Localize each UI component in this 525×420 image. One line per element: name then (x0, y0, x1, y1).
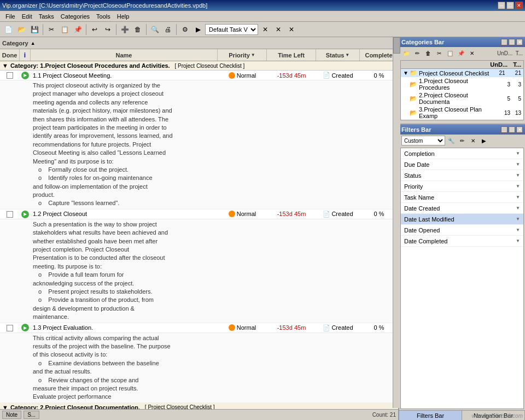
cat-tool-add[interactable]: 📁 (401, 48, 411, 58)
close-button[interactable]: ✕ (515, 2, 523, 9)
main-scrollbar[interactable] (393, 37, 400, 408)
col-header-status[interactable]: Status ▼ (316, 49, 360, 61)
toolbar-undo[interactable]: ↩ (89, 24, 101, 36)
priority-orange-icon-3 (229, 324, 235, 331)
toolbar-x1[interactable]: ✕ (259, 24, 271, 36)
cat-bar-close[interactable]: ✕ (516, 39, 523, 45)
cat-bar-maximize[interactable]: □ (509, 39, 515, 45)
task-1-3-priority: Normal (237, 324, 256, 331)
cat2-expand-icon[interactable]: ▼ (2, 404, 8, 409)
task-1-2-checkbox[interactable] (7, 211, 13, 218)
toolbar-paste[interactable]: 📌 (72, 24, 84, 36)
menu-edit[interactable]: Edit (19, 12, 36, 21)
col-header-priority[interactable]: Priority ▼ (218, 49, 267, 61)
filter-item-datecompleted[interactable]: Date Completed ▼ (401, 236, 523, 247)
cat-col-und-header: UnD... (490, 61, 508, 68)
toolbar-x3[interactable]: ✕ (285, 24, 298, 36)
task-list[interactable]: ▼ Category: 1.Project Closeout Procedure… (0, 61, 398, 409)
cat-tool-edit[interactable]: ✏ (412, 48, 422, 58)
filter-item-completion[interactable]: Completion ▼ (401, 148, 523, 159)
cat-tool-cut[interactable]: ✂ (434, 48, 444, 58)
filter-tool-2[interactable]: ✏ (457, 136, 467, 145)
toolbar-x2[interactable]: ✕ (272, 24, 284, 36)
cat-tool-copy[interactable]: 📋 (445, 48, 455, 58)
stats-tab[interactable]: S... (24, 411, 39, 419)
filter-bar-close[interactable]: ✕ (516, 126, 523, 133)
task-1-3-name-cell[interactable]: 1.3 Project Evaluation. (31, 323, 218, 332)
menu-tasks[interactable]: Tasks (36, 12, 57, 21)
task-1-1-name: 1.1 Project Closeout Meeting. (33, 72, 112, 79)
maximize-button[interactable]: □ (506, 2, 514, 9)
filter-item-datecreated[interactable]: Date Created ▼ (401, 203, 523, 214)
table-row[interactable]: ▶ 1.2 Project Closeout Normal -153d 45m (0, 209, 398, 219)
note-tab[interactable]: Note (2, 411, 21, 419)
toolbar-print[interactable]: 🖨 (162, 24, 174, 36)
filter-completion-label: Completion (404, 150, 435, 157)
cat-tree-root[interactable]: ▼ 📁 Project Closeout Checklist 21 21 (401, 69, 523, 77)
filter-item-duedate[interactable]: Due Date ▼ (401, 159, 523, 170)
menu-help[interactable]: Help (114, 12, 133, 21)
toolbar-add-task[interactable]: ➕ (119, 24, 131, 36)
toolbar-delete[interactable]: 🗑 (132, 24, 144, 36)
info-icon: i (24, 51, 26, 59)
cat-tool-paste[interactable]: 📌 (456, 48, 466, 58)
task-1-1-green-icon[interactable]: ▶ (21, 72, 29, 79)
task-1-1-name-cell[interactable]: 1.1 Project Closeout Meeting. (31, 71, 218, 80)
toolbar-open[interactable]: 📂 (15, 24, 27, 36)
view-select[interactable]: Default Task V (205, 24, 258, 35)
filter-tool-4[interactable]: ▶ (479, 136, 489, 145)
folder-1-icon: 📂 (410, 81, 417, 88)
filter-tool-3[interactable]: ✕ (468, 136, 478, 145)
menu-tools[interactable]: Tools (93, 12, 114, 21)
task-1-2-name-cell[interactable]: 1.2 Project Closeout (31, 209, 218, 218)
task-1-3-checkbox[interactable] (7, 325, 13, 331)
task-1-2-green-icon[interactable]: ▶ (21, 211, 29, 218)
task-1-2-status-cell: 📄 Created (316, 211, 360, 218)
cat1-label: Category: 1.Project Closeout Procedures … (10, 62, 170, 69)
task-1-3-green-icon[interactable]: ▶ (21, 324, 29, 331)
filter-item-priority[interactable]: Priority ▼ (401, 181, 523, 192)
menu-file[interactable]: File (2, 12, 19, 21)
filters-bar-controls: _ □ ✕ (501, 126, 523, 133)
table-row[interactable]: ▶ 1.3 Project Evaluation. Normal -153d 4… (0, 323, 398, 333)
toolbar-settings[interactable]: ⚙ (179, 24, 191, 36)
toolbar-run[interactable]: ▶ (192, 24, 204, 36)
cat-item-2-label: 2.Project Closeout Documenta (419, 92, 499, 105)
folder-root-icon: 📁 (410, 69, 417, 77)
filter-tab-filters[interactable]: Filters Bar (399, 411, 462, 420)
col-header-name[interactable]: Name (31, 49, 218, 61)
cat-tool-x[interactable]: ✕ (467, 48, 477, 58)
undo-label: UnD... T... (497, 50, 523, 56)
filter-bar-minimize[interactable]: _ (501, 126, 508, 133)
filter-preset-select[interactable]: Custom (401, 136, 445, 145)
filter-item-dateopened[interactable]: Date Opened ▼ (401, 225, 523, 236)
task-1-1-priority: Normal (237, 72, 256, 79)
filter-item-taskname[interactable]: Task Name ▼ (401, 192, 523, 203)
filter-item-status[interactable]: Status ▼ (401, 170, 523, 181)
scrollbar-thumb[interactable] (393, 37, 400, 54)
cat-tree-item-2[interactable]: 📂 2.Project Closeout Documenta 5 5 (401, 91, 523, 106)
filter-tool-1[interactable]: 🔧 (446, 136, 456, 145)
category-sort-icon[interactable]: ▲ (31, 40, 36, 46)
toolbar-save[interactable]: 💾 (28, 24, 40, 36)
toolbar-copy[interactable]: 📋 (59, 24, 71, 36)
minimize-button[interactable]: ─ (498, 2, 505, 9)
cat-bar-minimize[interactable]: _ (501, 39, 508, 45)
category-row-1[interactable]: ▼ Category: 1.Project Closeout Procedure… (0, 61, 398, 71)
category-row-2[interactable]: ▼ Category: 2.Project Closeout Documenta… (0, 403, 398, 409)
cat-tree-item-1[interactable]: 📂 1.Project Closeout Procedures 3 3 (401, 77, 523, 91)
col-header-timeleft[interactable]: Time Left (267, 49, 316, 61)
cat-tree-item-3[interactable]: 📂 3.Project Closeout Plan Examp 13 13 (401, 106, 523, 120)
filter-item-datelastmod[interactable]: Date Last Modified ▼ (401, 214, 523, 225)
toolbar-search[interactable]: 🔍 (149, 24, 161, 36)
task-1-1-checkbox[interactable] (7, 72, 13, 79)
cat-tool-delete[interactable]: 🗑 (423, 48, 433, 58)
filter-bar-maximize[interactable]: □ (509, 126, 515, 133)
table-row[interactable]: ▶ 1.1 Project Closeout Meeting. Normal -… (0, 71, 398, 80)
toolbar-cut[interactable]: ✂ (45, 24, 57, 36)
menu-categories[interactable]: Categories (57, 12, 93, 21)
cat1-expand-icon[interactable]: ▼ (2, 62, 8, 69)
toolbar-redo[interactable]: ↪ (102, 24, 114, 36)
toolbar-new[interactable]: 📄 (2, 24, 14, 36)
cat-root-num2: 21 (510, 70, 521, 76)
